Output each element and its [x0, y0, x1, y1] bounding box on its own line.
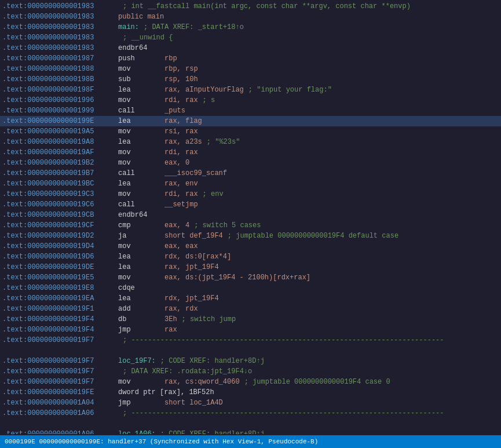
- address: .text:00000000000019CF: [2, 220, 118, 231]
- code-line[interactable]: .text:0000000000001A04 jmp short loc_1A4…: [0, 398, 501, 408]
- code-view[interactable]: .text:0000000000001983 ; int __fastcall …: [0, 0, 501, 435]
- code-line[interactable]: .text:00000000000019F7 ; ---------------…: [0, 335, 501, 345]
- address: .text:00000000000019F4: [2, 314, 118, 325]
- code-line[interactable]: .text:0000000000001983 ; int __fastcall …: [0, 1, 501, 12]
- code-line[interactable]: .text:00000000000019CB endbr64: [0, 210, 501, 220]
- status-text: 0000199E 000000000000199E: handler+37 (S…: [5, 438, 318, 445]
- code-line[interactable]: .text:00000000000019D2 ja short def_19F4…: [0, 231, 501, 241]
- code-scroll[interactable]: .text:0000000000001983 ; int __fastcall …: [0, 1, 501, 434]
- address: .text:00000000000019F7: [2, 366, 118, 377]
- code-line[interactable]: .text:0000000000001999 call _puts: [0, 105, 501, 116]
- code-line[interactable]: .text:00000000000019E8 cdqe: [0, 283, 501, 293]
- code-line[interactable]: .text:0000000000001983main: ; DATA XREF:…: [0, 22, 501, 32]
- operand: rax: [164, 325, 177, 335]
- operand: eax, 0: [164, 158, 189, 168]
- address: .text:00000000000019F4: [2, 325, 118, 335]
- code-line[interactable]: .text:00000000000019FE dword ptr [rax], …: [0, 387, 501, 398]
- address: .text:0000000000001988: [2, 64, 118, 74]
- address: .text:00000000000019F7: [2, 377, 118, 387]
- address: .text:00000000000019F7: [2, 335, 118, 345]
- address: .text:00000000000019BC: [2, 179, 118, 189]
- address: .text:00000000000019B7: [2, 168, 118, 179]
- mnemonic: call: [118, 199, 164, 210]
- code-line[interactable]: .text:0000000000001983 ; __unwind {: [0, 32, 501, 43]
- code-line[interactable]: .text:00000000000019F4 db 3Eh ; switch j…: [0, 314, 501, 325]
- mnemonic: endbr64: [118, 210, 164, 220]
- code-line[interactable]: .text:00000000000019A8 lea rax, a23s ; "…: [0, 137, 501, 147]
- mnemonic: sub: [118, 74, 164, 85]
- code-line[interactable]: .text:00000000000019F7 ; DATA XREF: .rod…: [0, 366, 501, 377]
- address: .text:00000000000019DE: [2, 262, 118, 272]
- code-line[interactable]: .text:00000000000019A5 mov rsi, rax: [0, 126, 501, 137]
- address: .text:0000000000001983: [2, 22, 118, 32]
- mnemonic: lea: [118, 262, 164, 272]
- operand: rax, cs:qword_4060: [164, 377, 240, 387]
- operand: rax, aInputYourFlag: [164, 85, 244, 95]
- mnemonic: lea: [118, 293, 164, 304]
- address: .text:0000000000001996: [2, 95, 118, 105]
- comment: ; CODE XREF: handler+8D↑j: [160, 429, 265, 434]
- comment: ; jumptable 00000000000019F4 case 0: [244, 377, 390, 387]
- comment: ; switch 5 cases: [194, 220, 261, 231]
- address: .text:0000000000001987: [2, 53, 118, 64]
- code-line[interactable]: .text:00000000000019C6 call __setjmp: [0, 199, 501, 210]
- code-line[interactable]: .text:0000000000001983 public main: [0, 12, 501, 22]
- code-line[interactable]: .text:0000000000001A06 ; ---------------…: [0, 408, 501, 418]
- operand: rdx, jpt_19F4: [164, 293, 219, 304]
- address: .text:00000000000019F1: [2, 304, 118, 314]
- code-line[interactable]: .text:00000000000019EA lea rdx, jpt_19F4: [0, 293, 501, 304]
- operand: ___isoc99_scanf: [164, 168, 227, 179]
- mnemonic: lea: [118, 116, 164, 126]
- mnemonic: lea: [118, 85, 164, 95]
- comment: ; DATA XREF: _start+18↑o: [144, 22, 244, 32]
- code-line[interactable]: .text:000000000000198F lea rax, aInputYo…: [0, 85, 501, 95]
- operand: rax, flag: [164, 116, 202, 126]
- code-line[interactable]: .text:00000000000019D4 mov eax, eax: [0, 241, 501, 252]
- code-line[interactable]: .text:00000000000019BC lea rax, env: [0, 179, 501, 189]
- operand: eax, eax: [164, 241, 198, 252]
- code-line[interactable]: .text:0000000000001A06loc_1A06: ; CODE X…: [0, 429, 501, 434]
- code-line[interactable]: .text:00000000000019DE lea rax, jpt_19F4: [0, 262, 501, 272]
- code-line[interactable]: .text:0000000000001996 mov rdi, rax ; s: [0, 95, 501, 105]
- code-line[interactable]: .text:00000000000019C3 mov rdi, rax ; en…: [0, 189, 501, 199]
- code-line[interactable]: .text:00000000000019D6 lea rdx, ds:0[rax…: [0, 252, 501, 262]
- code-line[interactable]: [0, 345, 501, 356]
- mnemonic: endbr64: [118, 43, 164, 53]
- comment: ; "%23s": [207, 137, 240, 147]
- code-line[interactable]: .text:00000000000019B7 call ___isoc99_sc…: [0, 168, 501, 179]
- mnemonic: jmp: [118, 325, 164, 335]
- comment: ; int __fastcall main(int argc, const ch…: [123, 1, 411, 12]
- operand: rax, env: [164, 179, 198, 189]
- code-line[interactable]: .text:00000000000019E5 mov eax, ds:(jpt_…: [0, 272, 501, 283]
- code-line[interactable]: .text:0000000000001983 endbr64: [0, 43, 501, 53]
- address: .text:00000000000019A5: [2, 126, 118, 137]
- mnemonic: mov: [118, 147, 164, 158]
- address: .text:00000000000019D4: [2, 241, 118, 252]
- comment: ; --------------------------------------…: [123, 335, 444, 345]
- code-line[interactable]: .text:00000000000019F7 mov rax, cs:qword…: [0, 377, 501, 387]
- code-line[interactable]: .text:00000000000019F7loc_19F7: ; CODE X…: [0, 356, 501, 366]
- address: .text:0000000000001A06: [2, 408, 118, 418]
- code-line[interactable]: .text:00000000000019AF mov rdi, rax: [0, 147, 501, 158]
- operand: rdi, rax: [164, 189, 198, 199]
- code-line[interactable]: .text:00000000000019F4 jmp rax: [0, 325, 501, 335]
- code-line[interactable]: .text:00000000000019F1 add rax, rdx: [0, 304, 501, 314]
- code-line[interactable]: .text:00000000000019CF cmp eax, 4 ; swit…: [0, 220, 501, 231]
- address: .text:0000000000001A06: [2, 429, 118, 434]
- label: loc_1A06:: [118, 429, 156, 434]
- mnemonic: mov: [118, 95, 164, 105]
- code-line[interactable]: .text:0000000000001988 mov rbp, rsp: [0, 64, 501, 74]
- address: .text:00000000000019E8: [2, 283, 118, 293]
- address: .text:00000000000019CB: [2, 210, 118, 220]
- code-line[interactable]: .text:00000000000019B2 mov eax, 0: [0, 158, 501, 168]
- code-line[interactable]: .text:0000000000001987 push rbp: [0, 53, 501, 64]
- address: .text:0000000000001999: [2, 105, 118, 116]
- operand: rax, jpt_19F4: [164, 262, 219, 272]
- mnemonic: push: [118, 53, 164, 64]
- code-line[interactable]: [0, 418, 501, 429]
- code-line[interactable]: .text:000000000000198B sub rsp, 10h: [0, 74, 501, 85]
- mnemonic: lea: [118, 137, 164, 147]
- code-line[interactable]: .text:000000000000199E lea rax, flag: [0, 116, 501, 126]
- mnemonic: mov: [118, 189, 164, 199]
- mnemonic: db: [118, 314, 164, 325]
